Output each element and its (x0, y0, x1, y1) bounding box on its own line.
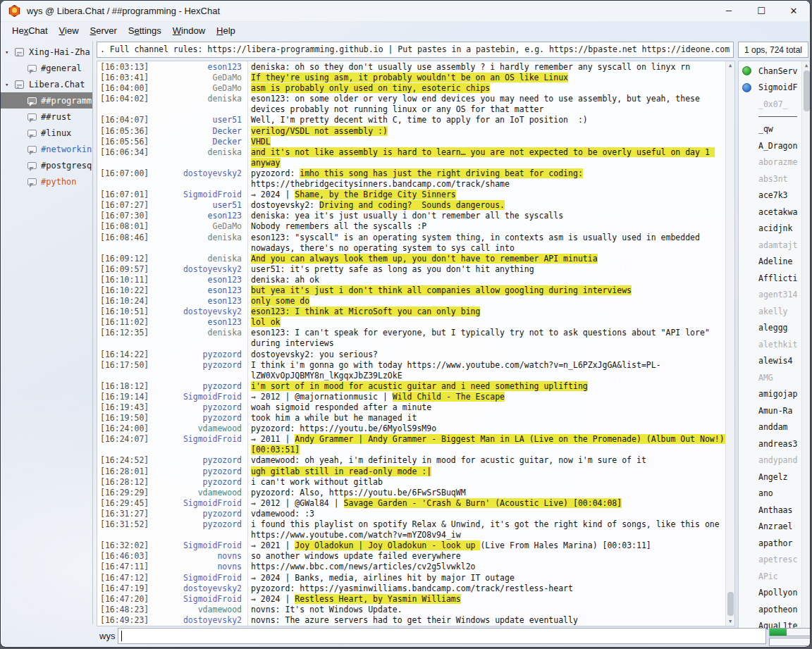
chat-nick[interactable]: deniska (152, 328, 242, 349)
sidebar-item-Libera.Chat[interactable]: ▾Libera.Chat (1, 76, 92, 92)
chat-area[interactable]: [16:03:13]eson123deniska: oh so they don… (97, 61, 735, 626)
chat-nick[interactable]: SigmoidFroid (152, 540, 242, 551)
user-item[interactable]: SigmoidF (739, 80, 801, 97)
chat-nick[interactable]: SigmoidFroid (152, 392, 242, 402)
menu-item-hexchat[interactable]: HexChat (6, 23, 54, 38)
chat-scrollbar-thumb[interactable] (727, 592, 734, 616)
chat-nick[interactable]: Decker (152, 137, 242, 147)
chat-nick[interactable]: GeDaMo (152, 221, 242, 232)
user-list[interactable]: ChanServSigmoidF_0x07__qwA_Dragonaborazm… (738, 61, 811, 630)
user-item[interactable]: apotheon (739, 601, 801, 618)
chat-nick[interactable]: eson123 (152, 285, 242, 296)
chat-nick[interactable]: eson123 (152, 275, 242, 285)
chat-nick[interactable]: vdamewood (152, 488, 242, 498)
user-item[interactable]: Afflicti (739, 270, 801, 287)
user-item[interactable]: acetakwa (739, 204, 801, 221)
user-item[interactable]: ace7k3 (739, 187, 801, 204)
user-item[interactable]: Amun-Ra (739, 402, 801, 419)
user-item[interactable]: amigojap (739, 386, 801, 403)
tree-expander-icon[interactable]: ▾ (5, 81, 13, 88)
chat-nick[interactable]: dostoyevsky2 (152, 583, 242, 594)
user-item[interactable]: akelly (739, 303, 801, 320)
sidebar-item-Xing-Hai-Zha[interactable]: ▾Xing-Hai-Zha (1, 44, 92, 60)
user-item[interactable]: anddam (739, 419, 801, 436)
close-button[interactable]: ✕ (777, 1, 810, 21)
user-item[interactable]: alewis4 (739, 353, 801, 370)
userlist-scrollbar-thumb[interactable] (804, 70, 810, 111)
chat-nick[interactable]: pyzozord (152, 381, 242, 392)
scroll-up-icon[interactable]: ▲ (729, 61, 732, 70)
chat-nick[interactable]: pyzozord (152, 477, 242, 488)
chat-nick[interactable]: Decker (152, 126, 242, 137)
tree-expander-icon[interactable]: ▾ (5, 49, 13, 56)
user-item[interactable]: aleggg (739, 320, 801, 337)
chat-nick[interactable]: deniska (152, 254, 242, 264)
sidebar-item-general[interactable]: #general (1, 60, 92, 76)
sidebar-item-programm[interactable]: ##programm (1, 92, 92, 109)
user-item[interactable]: aborazme (739, 154, 801, 171)
chat-nick[interactable]: eson123 (152, 317, 242, 328)
chat-nick[interactable]: deniska (152, 147, 242, 168)
chat-nick[interactable]: eson123 (152, 62, 242, 73)
chat-nick[interactable]: SigmoidFroid (152, 573, 242, 583)
chat-scrollbar[interactable]: ▲ ▼ (725, 61, 734, 626)
chat-nick[interactable]: novns (152, 551, 242, 562)
chat-nick[interactable]: SigmoidFroid (152, 434, 242, 455)
chat-nick[interactable]: dostoyevsky2 (152, 264, 242, 275)
user-item[interactable]: AMG (739, 369, 801, 386)
chat-nick[interactable]: pyzozord (152, 519, 242, 540)
maximize-button[interactable]: ☐ (745, 1, 777, 21)
sidebar-item-python[interactable]: #python (1, 173, 92, 190)
chat-nick[interactable]: user51 (152, 200, 242, 211)
chat-nick[interactable]: deniska (152, 94, 242, 115)
user-item[interactable]: Anzrael (739, 519, 801, 536)
chat-nick[interactable]: vdamewood (152, 424, 242, 434)
chat-nick[interactable]: pyzozord (152, 509, 242, 519)
user-item[interactable]: adamtajt (739, 237, 801, 254)
user-item[interactable]: _qw (739, 121, 801, 138)
chat-nick[interactable]: pyzozord (152, 350, 242, 360)
user-item[interactable]: ChanServ (739, 63, 801, 80)
chat-nick[interactable]: eson123 (152, 211, 242, 221)
user-item[interactable]: _0x07_ (739, 96, 801, 113)
sidebar-item-linux[interactable]: #linux (1, 125, 92, 141)
chat-nick[interactable]: dostoyevsky2 (152, 615, 242, 626)
chat-nick[interactable]: pyzozord (152, 455, 242, 466)
chat-nick[interactable]: pyzozord (152, 360, 242, 381)
userlist-scrollbar[interactable]: ▲ (801, 61, 811, 629)
user-item[interactable]: andypand (739, 452, 801, 469)
user-item[interactable]: apathor (739, 535, 801, 552)
menu-item-settings[interactable]: Settings (123, 23, 167, 38)
chat-nick[interactable]: SigmoidFroid (152, 498, 242, 509)
user-item[interactable]: Adeline (739, 254, 801, 271)
user-item[interactable]: Angelz (739, 469, 801, 486)
user-item[interactable]: andreas3 (739, 435, 801, 452)
user-item[interactable]: Apollyon (739, 585, 801, 602)
chat-nick[interactable]: novns (152, 562, 242, 572)
chat-nick[interactable]: pyzozord (152, 413, 242, 424)
chat-nick[interactable]: SigmoidFroid (152, 594, 242, 605)
chat-nick[interactable]: GeDaMo (152, 83, 242, 94)
user-item[interactable]: alethkit (739, 336, 801, 353)
user-item[interactable]: agent314 (739, 287, 801, 304)
menu-item-server[interactable]: Server (85, 23, 123, 38)
user-item[interactable]: A_Dragon (739, 137, 801, 154)
sidebar-item-postgresq[interactable]: #postgresq (1, 157, 92, 173)
menu-item-help[interactable]: Help (211, 23, 241, 38)
user-item[interactable]: abs3nt (739, 171, 801, 187)
chat-nick[interactable]: pyzozord (152, 466, 242, 477)
chat-nick[interactable]: user51 (152, 115, 242, 125)
chat-nick[interactable]: deniska (152, 233, 242, 254)
chat-nick[interactable]: SigmoidFroid (152, 190, 242, 200)
chat-nick[interactable]: dostoyevsky2 (152, 168, 242, 190)
menu-item-window[interactable]: Window (167, 23, 211, 38)
menu-item-view[interactable]: View (54, 23, 85, 38)
user-item[interactable]: acidjnk (739, 221, 801, 237)
chat-nick[interactable]: eson123 (152, 296, 242, 307)
user-item[interactable]: APic (739, 568, 801, 585)
chat-nick[interactable]: pyzozord (152, 402, 242, 413)
sidebar-item-rust[interactable]: ##rust (1, 109, 92, 125)
user-item[interactable]: Anthaas (739, 502, 801, 519)
chat-nick[interactable]: vdamewood (152, 605, 242, 615)
chat-nick[interactable]: dostoyevsky2 (152, 307, 242, 317)
